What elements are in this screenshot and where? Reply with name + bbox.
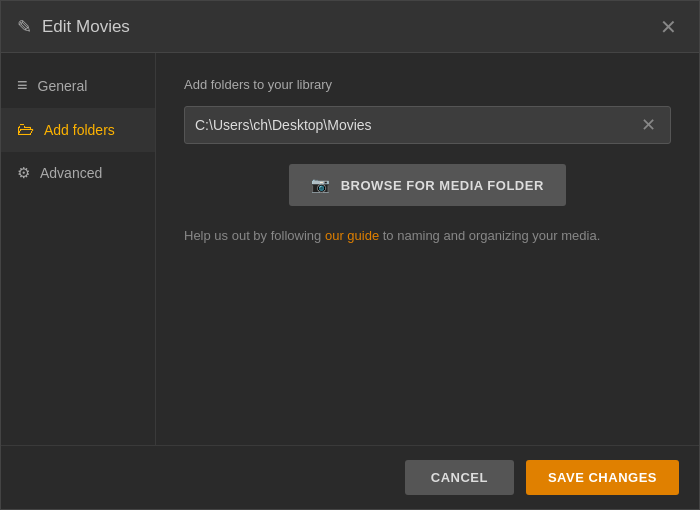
close-button[interactable]: ✕ xyxy=(654,15,683,39)
folder-path-input[interactable] xyxy=(195,107,637,143)
browse-button-label: BROWSE FOR MEDIA FOLDER xyxy=(341,178,544,193)
sidebar-label-add-folders: Add folders xyxy=(44,122,115,138)
dialog-footer: CANCEL SAVE CHANGES xyxy=(1,445,699,509)
browse-media-folder-button[interactable]: 📷 BROWSE FOR MEDIA FOLDER xyxy=(289,164,566,206)
dialog-body: General 🗁 Add folders Advanced Add folde… xyxy=(1,53,699,445)
folder-input-row: ✕ xyxy=(184,106,671,144)
help-text-before: Help us out by following xyxy=(184,228,325,243)
menu-icon xyxy=(17,75,28,96)
edit-movies-dialog: Edit Movies ✕ General 🗁 Add folders Adva… xyxy=(0,0,700,510)
help-text: Help us out by following our guide to na… xyxy=(184,226,671,246)
save-changes-button[interactable]: SAVE CHANGES xyxy=(526,460,679,495)
sidebar-item-advanced[interactable]: Advanced xyxy=(1,152,155,194)
folder-icon: 🗁 xyxy=(17,120,34,140)
main-content: Add folders to your library ✕ 📷 BROWSE F… xyxy=(156,53,699,445)
sidebar: General 🗁 Add folders Advanced xyxy=(1,53,156,445)
section-label: Add folders to your library xyxy=(184,77,671,92)
dialog-title: Edit Movies xyxy=(42,17,130,37)
sidebar-item-general[interactable]: General xyxy=(1,63,155,108)
title-bar: Edit Movies ✕ xyxy=(1,1,699,53)
sidebar-item-add-folders[interactable]: 🗁 Add folders xyxy=(1,108,155,152)
camera-icon: 📷 xyxy=(311,176,331,194)
help-text-after: to naming and organizing your media. xyxy=(379,228,600,243)
edit-icon xyxy=(17,16,32,38)
clear-folder-button[interactable]: ✕ xyxy=(637,112,660,138)
cancel-button[interactable]: CANCEL xyxy=(405,460,514,495)
our-guide-link[interactable]: our guide xyxy=(325,228,379,243)
sidebar-label-advanced: Advanced xyxy=(40,165,102,181)
gear-icon xyxy=(17,164,30,182)
title-bar-left: Edit Movies xyxy=(17,16,130,38)
sidebar-label-general: General xyxy=(38,78,88,94)
